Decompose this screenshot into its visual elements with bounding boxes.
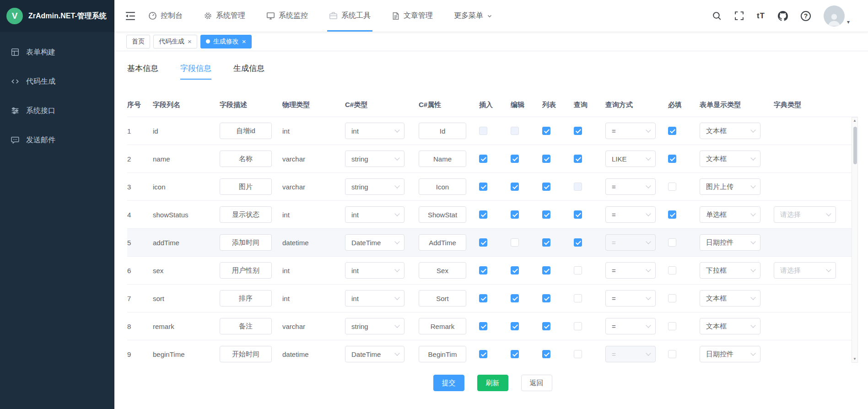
nav-item-console[interactable]: 控制台	[148, 0, 183, 32]
cs-type-select[interactable]: DateTime	[345, 346, 404, 362]
field-desc-input[interactable]	[220, 206, 272, 223]
edit-checkbox[interactable]	[511, 183, 519, 191]
list-checkbox[interactable]	[542, 266, 550, 274]
cs-property-input[interactable]	[419, 206, 466, 223]
tab-gen-info[interactable]: 生成信息	[233, 63, 264, 80]
sidebar-item-code-gen[interactable]: 代码生成	[0, 67, 114, 96]
cs-property-input[interactable]	[419, 151, 466, 167]
cs-type-select[interactable]: int	[345, 206, 404, 223]
insert-checkbox[interactable]	[479, 266, 487, 274]
cs-type-select[interactable]: int	[345, 262, 404, 279]
query-method-select[interactable]: LIKE	[605, 151, 656, 167]
cs-type-select[interactable]: string	[345, 178, 404, 195]
logo-area[interactable]: V ZrAdmin.NET-管理系统	[0, 0, 114, 32]
edit-checkbox[interactable]	[511, 266, 519, 274]
field-desc-input[interactable]	[220, 123, 272, 139]
refresh-button[interactable]: 刷新	[477, 375, 508, 391]
insert-checkbox[interactable]	[479, 183, 487, 191]
user-menu[interactable]: ▾	[824, 5, 850, 27]
display-type-select[interactable]: 文本框	[700, 123, 760, 139]
required-checkbox[interactable]	[668, 155, 676, 163]
list-checkbox[interactable]	[542, 183, 550, 191]
list-checkbox[interactable]	[542, 155, 550, 163]
display-type-select[interactable]: 文本框	[700, 151, 760, 167]
display-type-select[interactable]: 下拉框	[700, 262, 760, 279]
tag-home[interactable]: 首页	[126, 35, 150, 48]
tag-code-gen[interactable]: 代码生成 ×	[153, 35, 197, 48]
cs-property-input[interactable]	[419, 346, 466, 362]
edit-checkbox[interactable]	[511, 210, 519, 219]
cs-property-input[interactable]	[419, 234, 466, 251]
edit-checkbox[interactable]	[511, 322, 519, 330]
display-type-select[interactable]: 文本框	[700, 318, 760, 334]
fullscreen-icon[interactable]	[734, 11, 744, 21]
nav-item-system-monitor[interactable]: 系统监控	[266, 0, 308, 32]
scroll-down-icon[interactable]: ▼	[853, 357, 857, 361]
required-checkbox[interactable]	[668, 266, 676, 274]
display-type-select[interactable]: 日期控件	[700, 234, 760, 251]
sidebar-item-system-api[interactable]: 系统接口	[0, 96, 114, 125]
insert-checkbox[interactable]	[479, 350, 487, 358]
insert-checkbox[interactable]	[479, 210, 487, 219]
query-method-select[interactable]: =	[605, 262, 656, 279]
query-checkbox[interactable]	[574, 127, 582, 135]
cs-property-input[interactable]	[419, 123, 466, 139]
required-checkbox[interactable]	[668, 350, 676, 358]
help-icon[interactable]: ?	[801, 11, 811, 21]
display-type-select[interactable]: 图片上传	[700, 178, 760, 195]
query-checkbox[interactable]	[574, 155, 582, 163]
field-desc-input[interactable]	[220, 151, 272, 167]
font-size-icon[interactable]: tT	[757, 11, 765, 21]
edit-checkbox[interactable]	[511, 155, 519, 163]
insert-checkbox[interactable]	[479, 155, 487, 163]
required-checkbox[interactable]	[668, 238, 676, 247]
cs-type-select[interactable]: int	[345, 290, 404, 307]
query-checkbox[interactable]	[574, 294, 582, 302]
query-method-select[interactable]: =	[605, 178, 656, 195]
query-method-select[interactable]: =	[605, 318, 656, 334]
cs-property-input[interactable]	[419, 178, 466, 195]
insert-checkbox[interactable]	[479, 294, 487, 302]
query-checkbox[interactable]	[574, 322, 582, 330]
close-icon[interactable]: ×	[188, 38, 192, 45]
cs-type-select[interactable]: int	[345, 123, 404, 139]
display-type-select[interactable]: 文本框	[700, 290, 760, 307]
dict-type-select[interactable]: 请选择	[774, 206, 836, 223]
scrollbar-thumb[interactable]	[853, 127, 857, 164]
list-checkbox[interactable]	[542, 238, 550, 247]
field-desc-input[interactable]	[220, 318, 272, 334]
required-checkbox[interactable]	[668, 127, 676, 135]
cs-property-input[interactable]	[419, 290, 466, 307]
github-icon[interactable]	[778, 11, 788, 21]
list-checkbox[interactable]	[542, 322, 550, 330]
list-checkbox[interactable]	[542, 210, 550, 219]
query-method-select[interactable]: =	[605, 290, 656, 307]
nav-item-article-mgmt[interactable]: 文章管理	[392, 0, 433, 32]
field-desc-input[interactable]	[220, 262, 272, 279]
query-method-select[interactable]: =	[605, 123, 656, 139]
submit-button[interactable]: 提交	[433, 375, 464, 391]
tab-basic-info[interactable]: 基本信息	[127, 63, 158, 80]
edit-checkbox[interactable]	[511, 350, 519, 358]
query-checkbox[interactable]	[574, 238, 582, 247]
insert-checkbox[interactable]	[479, 322, 487, 330]
sidebar-item-form-builder[interactable]: 表单构建	[0, 38, 114, 67]
cs-type-select[interactable]: string	[345, 318, 404, 334]
list-checkbox[interactable]	[542, 350, 550, 358]
tag-gen-edit[interactable]: 生成修改 ×	[200, 35, 252, 48]
display-type-select[interactable]: 日期控件	[700, 346, 760, 362]
nav-item-system-tools[interactable]: 系统工具	[329, 0, 371, 32]
field-desc-input[interactable]	[220, 290, 272, 307]
query-checkbox[interactable]	[574, 266, 582, 274]
cs-property-input[interactable]	[419, 262, 466, 279]
field-desc-input[interactable]	[220, 346, 272, 362]
query-checkbox[interactable]	[574, 350, 582, 358]
sidebar-item-send-mail[interactable]: 发送邮件	[0, 125, 114, 155]
required-checkbox[interactable]	[668, 210, 676, 219]
required-checkbox[interactable]	[668, 294, 676, 302]
cs-type-select[interactable]: DateTime	[345, 234, 404, 251]
back-button[interactable]: 返回	[521, 375, 552, 391]
nav-item-more-menu[interactable]: 更多菜单	[454, 0, 492, 32]
field-desc-input[interactable]	[220, 178, 272, 195]
required-checkbox[interactable]	[668, 183, 676, 191]
